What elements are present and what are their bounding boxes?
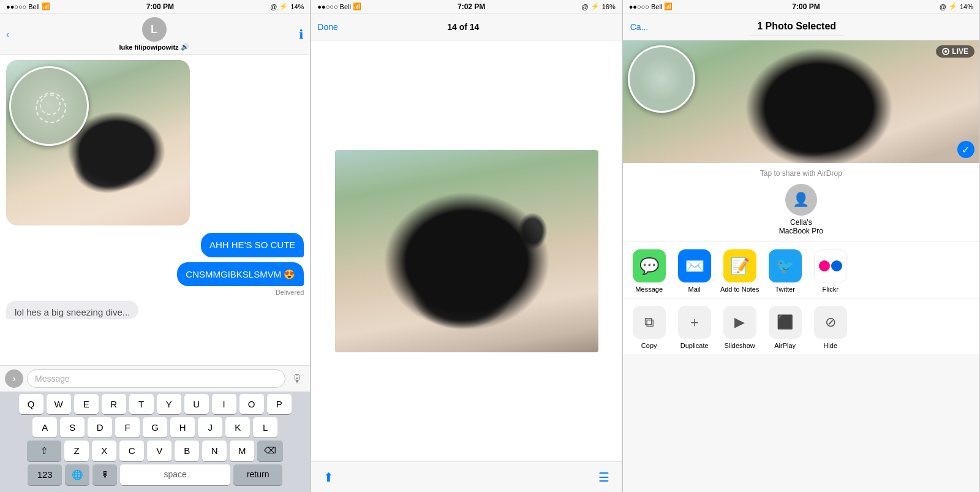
kb-row-2: A S D F G H J K L: [1, 417, 309, 437]
key-shift[interactable]: ⇧: [27, 441, 61, 461]
photo-container-p2[interactable]: [311, 40, 621, 461]
share-action-notes[interactable]: 📝 Add to Notes: [718, 249, 761, 293]
twitter-icon: 🐦: [769, 249, 802, 282]
done-button-p2[interactable]: Done: [317, 22, 337, 32]
message-input[interactable]: Message: [27, 369, 285, 388]
list-button-p2[interactable]: ☰: [598, 470, 609, 485]
key-d[interactable]: D: [88, 417, 112, 437]
utility-airplay[interactable]: ⬛ AirPlay: [764, 306, 807, 349]
key-r[interactable]: R: [102, 394, 126, 414]
kb-row-1: Q W E R T Y U I O P: [1, 394, 309, 414]
utility-duplicate[interactable]: ＋ Duplicate: [673, 306, 716, 349]
key-l[interactable]: L: [253, 417, 277, 437]
kb-row-3: ⇧ Z X C V B N M ⌫: [1, 441, 309, 461]
key-return[interactable]: return: [233, 464, 282, 485]
cancel-button-p3[interactable]: Ca...: [630, 22, 649, 32]
done-label-p2: Done: [317, 22, 337, 32]
key-c[interactable]: C: [119, 441, 144, 461]
utility-actions-row: ⧉ Copy ＋ Duplicate ▶ Slideshow ⬛ AirPlay…: [623, 298, 979, 354]
slideshow-icon-glyph: ▶: [734, 314, 745, 330]
key-x[interactable]: X: [92, 441, 116, 461]
signal-p1: ●●○○○ Bell 📶: [6, 2, 50, 10]
key-e[interactable]: E: [74, 394, 99, 414]
airdrop-hint: Tap to share with AirDrop: [760, 169, 842, 178]
share-action-message[interactable]: 💬 Message: [628, 249, 671, 293]
message-input-bar: › Message 🎙: [0, 365, 310, 392]
key-s[interactable]: S: [60, 417, 85, 437]
key-o[interactable]: O: [239, 394, 264, 414]
share-action-flickr[interactable]: Flickr: [809, 249, 852, 293]
share-icon-p2: ⬆: [323, 471, 334, 484]
key-m[interactable]: M: [230, 441, 254, 461]
live-dot-ring-p1: [36, 93, 66, 123]
share-action-twitter[interactable]: 🐦 Twitter: [764, 249, 807, 293]
incoming-partial-bubble: lol hes a big sneezing dive...: [6, 301, 138, 319]
key-a[interactable]: A: [32, 417, 57, 437]
share-button-p2[interactable]: ⬆: [323, 470, 334, 485]
checkmark-badge-p3: ✓: [957, 141, 974, 158]
key-t[interactable]: T: [129, 394, 154, 414]
copy-icon-glyph: ⧉: [644, 314, 654, 330]
key-g[interactable]: G: [143, 417, 167, 437]
battery-p2: 16%: [602, 3, 616, 10]
key-i[interactable]: I: [212, 394, 236, 414]
info-button-p1[interactable]: ℹ: [299, 27, 304, 42]
key-k[interactable]: K: [225, 417, 250, 437]
right-icons-p3: @ ⚡ 14%: [940, 2, 973, 10]
nav-bar-p2: Done 14 of 14: [311, 13, 621, 40]
status-bar-p3: ●●○○○ Bell 📶 7:00 PM @ ⚡ 14%: [623, 0, 979, 13]
key-123[interactable]: 123: [28, 464, 62, 485]
share-action-mail[interactable]: ✉️ Mail: [673, 249, 716, 293]
key-backspace[interactable]: ⌫: [257, 441, 283, 461]
utility-copy[interactable]: ⧉ Copy: [628, 306, 671, 349]
key-y[interactable]: Y: [157, 394, 181, 414]
key-q[interactable]: Q: [19, 394, 43, 414]
chat-area-p1: AHH HE'S SO CUTE CNSMMGIBKSLSMVM 😍 Deliv…: [0, 55, 310, 365]
utility-hide[interactable]: ⊘ Hide: [809, 306, 852, 349]
airdrop-contact-name: Cella'sMacBook Pro: [779, 218, 823, 235]
flickr-action-label: Flickr: [823, 286, 839, 293]
key-z[interactable]: Z: [64, 441, 89, 461]
back-chevron-icon-p1: ‹: [6, 29, 9, 39]
status-bar-p2: ●●○○○ Bell 📶 7:02 PM @ ⚡ 16%: [311, 0, 621, 13]
list-icon-p2: ☰: [598, 471, 609, 484]
keyboard-p1: Q W E R T Y U I O P A S D F G H J K L ⇧ …: [0, 392, 310, 492]
carrier-p2: Bell: [340, 3, 351, 10]
mail-icon: ✉️: [678, 249, 711, 282]
nav-back-p1[interactable]: ‹: [6, 29, 9, 39]
bluetooth-icon-p2: ⚡: [591, 2, 600, 10]
twitter-icon-glyph: 🐦: [776, 257, 794, 274]
key-p[interactable]: P: [267, 394, 292, 414]
live-badge-p3: LIVE: [936, 45, 974, 58]
key-j[interactable]: J: [198, 417, 222, 437]
key-v[interactable]: V: [147, 441, 172, 461]
send-button[interactable]: ›: [5, 369, 23, 388]
key-globe[interactable]: 🌐: [65, 464, 89, 485]
photo-message-bubble[interactable]: [6, 60, 190, 225]
flickr-dots: [819, 260, 842, 271]
key-h[interactable]: H: [170, 417, 195, 437]
key-mic[interactable]: 🎙: [92, 464, 117, 485]
key-f[interactable]: F: [115, 417, 140, 437]
cat-photo-main: [335, 150, 598, 352]
flickr-dot-blue: [831, 260, 842, 271]
key-space[interactable]: space: [120, 464, 230, 485]
battery-p1: 14%: [290, 3, 304, 10]
key-b[interactable]: B: [175, 441, 199, 461]
copy-icon: ⧉: [633, 306, 666, 339]
airdrop-avatar[interactable]: 👤: [785, 184, 817, 216]
key-n[interactable]: N: [202, 441, 227, 461]
mic-button[interactable]: 🎙: [289, 373, 305, 385]
flickr-dot-pink: [819, 260, 830, 271]
utility-slideshow[interactable]: ▶ Slideshow: [718, 306, 761, 349]
copy-label: Copy: [641, 342, 657, 349]
key-u[interactable]: U: [184, 394, 209, 414]
key-w[interactable]: W: [47, 394, 71, 414]
contact-info: L luke filipowipowitz 🔊: [119, 17, 189, 51]
magnifier-p1: [9, 66, 89, 146]
slideshow-label: Slideshow: [725, 342, 755, 349]
carrier-p1: Bell: [28, 3, 39, 10]
signal-p3: ●●○○○ Bell 📶: [629, 2, 673, 10]
panel-share-sheet: ●●○○○ Bell 📶 7:00 PM @ ⚡ 14% Ca... 1 Pho…: [623, 0, 980, 492]
airplay-icon: ⬛: [769, 306, 802, 339]
